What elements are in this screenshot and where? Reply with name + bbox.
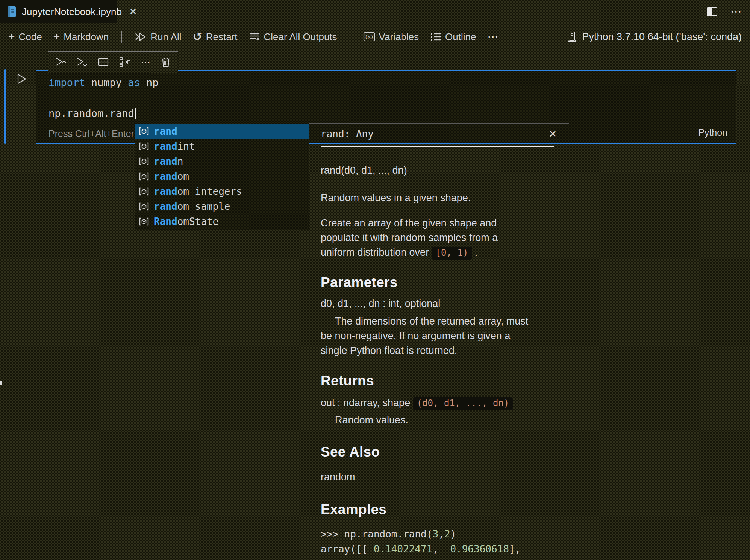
vscode-notebook-window: { "window": { "tab_title": "JupyterNoteb…: [0, 0, 750, 560]
toolbar-more-button[interactable]: ⋯: [487, 31, 498, 42]
outline-label: Outline: [445, 31, 476, 43]
split-cell-button[interactable]: [98, 57, 109, 67]
add-markdown-label: Markdown: [64, 31, 109, 43]
clear-outputs-icon: [249, 32, 260, 42]
returns-heading: Returns: [321, 373, 558, 389]
restart-button[interactable]: ↺ Restart: [193, 31, 238, 43]
suggest-item-random[interactable]: random: [135, 169, 309, 184]
see-also-heading: See Also: [321, 444, 558, 460]
see-also-text: random: [321, 470, 558, 484]
cell-toolbar: ⋯: [48, 51, 178, 73]
symbol-icon: [139, 217, 149, 226]
notebook-file-icon: [7, 6, 17, 18]
toolbar-separator: [350, 31, 350, 43]
cell-more-actions-button[interactable]: ⋯: [141, 57, 151, 67]
toolbar-separator: [121, 31, 122, 43]
variables-label: Variables: [379, 31, 419, 43]
parameters-term: d0, d1, ..., dn : int, optional: [321, 296, 558, 311]
identifier-np: np: [140, 77, 159, 88]
description: Create an array of the given shape and p…: [321, 216, 558, 260]
variables-button[interactable]: (x) Variables: [363, 31, 419, 43]
convert-cell-button[interactable]: [119, 57, 131, 67]
editor-actions: ⋯: [706, 6, 742, 17]
outline-button[interactable]: Outline: [430, 31, 476, 43]
left-edge-marker: [0, 381, 2, 385]
hover-header: rand: Any ✕: [321, 128, 558, 140]
suggest-widget: rand randint randn random random_integer…: [135, 123, 309, 230]
add-code-button[interactable]: + Code: [8, 31, 42, 43]
example-input-line: >>> np.random.rand(3,2): [321, 527, 558, 542]
tab-bar: JupyterNotebook.ipynb ✕ ⋯: [0, 0, 750, 23]
returns-term: out : ndarray, shape (d0, d1, ..., dn): [321, 396, 558, 411]
svg-text:(x): (x): [365, 34, 373, 40]
clear-outputs-label: Clear All Outputs: [264, 31, 337, 43]
plus-icon: +: [8, 31, 15, 42]
suggest-item-random-integers[interactable]: random_integers: [135, 184, 309, 199]
suggest-item-random-sample[interactable]: random_sample: [135, 199, 309, 214]
more-actions-icon[interactable]: ⋯: [730, 6, 742, 17]
suggest-item-rand[interactable]: rand: [135, 124, 309, 139]
hover-title: rand: Any: [321, 128, 374, 140]
run-cells-above-button[interactable]: [55, 57, 67, 67]
convert-cell-icon: [119, 57, 131, 67]
typed-text: np.random.rand: [48, 108, 134, 119]
split-editor-icon[interactable]: [706, 7, 718, 17]
hover-separator: [321, 146, 554, 147]
plus-icon: +: [53, 31, 60, 42]
parameters-heading: Parameters: [321, 275, 558, 290]
restart-label: Restart: [206, 31, 238, 43]
kernel-picker[interactable]: Python 3.7.10 64-bit ('base': conda): [567, 31, 742, 43]
kernel-label: Python 3.7.10 64-bit ('base': conda): [582, 31, 742, 43]
run-below-icon: [76, 57, 88, 67]
code-line-3: np.random.rand: [48, 108, 136, 119]
run-above-icon: [55, 57, 67, 67]
run-cell-and-below-button[interactable]: [76, 57, 88, 67]
cell-focus-bar: [4, 69, 6, 144]
add-markdown-button[interactable]: + Markdown: [53, 31, 109, 43]
language-indicator[interactable]: Python: [698, 127, 727, 138]
code-line-1: import numpy as np: [48, 77, 159, 88]
delete-cell-button[interactable]: [161, 56, 171, 68]
signature: rand(d0, d1, ..., dn): [321, 163, 558, 178]
returns-definition: Random values.: [321, 413, 558, 428]
suggest-item-randint[interactable]: randint: [135, 139, 309, 154]
example-output-line: array([[ 0.14022471, 0.96360618],: [321, 542, 558, 557]
identifier-numpy: numpy: [85, 77, 128, 88]
trash-icon: [161, 56, 171, 68]
notebook-toolbar: + Code + Markdown Run All ↺ Restart: [0, 23, 750, 50]
suggest-item-randomstate[interactable]: RandomState: [135, 214, 309, 229]
keyword-import: import: [48, 77, 85, 88]
clear-all-outputs-button[interactable]: Clear All Outputs: [249, 31, 337, 43]
examples-heading: Examples: [321, 502, 558, 518]
tab-title: JupyterNotebook.ipynb: [22, 6, 122, 18]
cursor-caret: [135, 108, 136, 119]
run-all-button[interactable]: Run All: [135, 31, 181, 43]
tab-jupyter-notebook[interactable]: JupyterNotebook.ipynb ✕: [0, 0, 117, 23]
suggest-item-randn[interactable]: randn: [135, 154, 309, 169]
run-all-label: Run All: [150, 31, 181, 43]
summary: Random values in a given shape.: [321, 191, 558, 205]
symbol-icon: [139, 202, 149, 211]
inline-code: (d0, d1, ..., dn): [413, 397, 513, 410]
symbol-icon: [139, 142, 149, 151]
outline-icon: [430, 32, 441, 42]
parameters-definition: The dimensions of the returned array, mu…: [321, 314, 558, 358]
kernel-icon: [567, 31, 577, 43]
restart-icon: ↺: [193, 31, 202, 42]
tab-close-icon[interactable]: ✕: [129, 6, 137, 17]
add-code-label: Code: [19, 31, 42, 43]
symbol-icon: [139, 157, 149, 166]
hover-close-icon[interactable]: ✕: [548, 128, 557, 140]
variables-icon: (x): [363, 32, 375, 42]
cell-run-hint: Press Ctrl+Alt+Enter: [48, 128, 134, 139]
symbol-icon: [139, 127, 149, 136]
keyword-as: as: [128, 77, 140, 88]
play-icon: [17, 73, 27, 85]
run-cell-button[interactable]: [17, 73, 27, 85]
more-icon: ⋯: [487, 31, 498, 42]
inline-code: [0, 1): [432, 247, 472, 260]
symbol-icon: [139, 187, 149, 196]
split-cell-icon: [98, 57, 109, 67]
run-all-icon: [135, 32, 147, 42]
symbol-icon: [139, 172, 149, 181]
